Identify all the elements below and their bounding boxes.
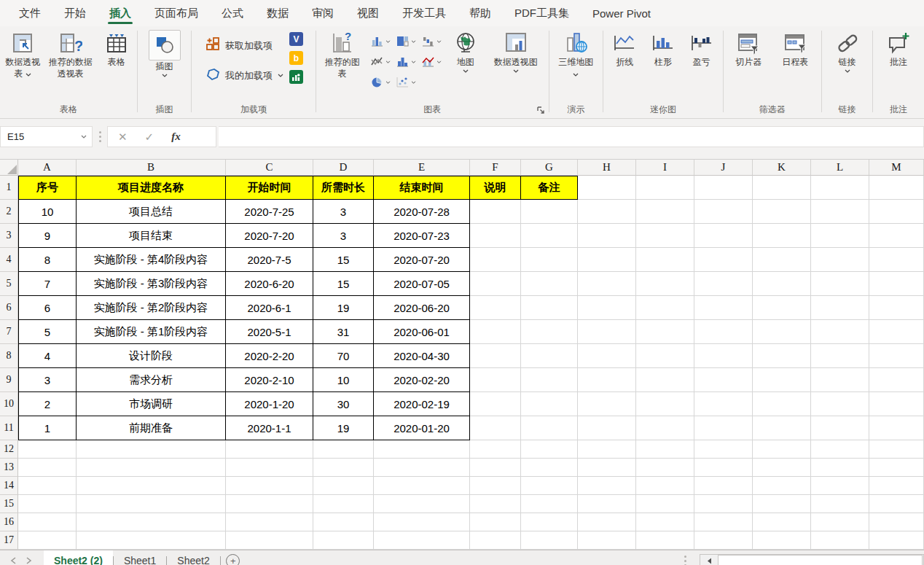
cell-C4[interactable]: 2020-7-5 (226, 248, 313, 272)
cell-K2[interactable] (753, 200, 811, 224)
menu-tab-公式[interactable]: 公式 (210, 0, 255, 26)
get-addins-button[interactable]: 获取加载项 (201, 34, 288, 58)
cell-F10[interactable] (470, 392, 521, 416)
cell-K7[interactable] (753, 320, 811, 344)
my-addins-button[interactable]: 我的加载项 (201, 63, 288, 87)
cell-C16[interactable] (226, 513, 313, 531)
cell-I14[interactable] (636, 477, 694, 495)
cell-M4[interactable] (869, 248, 924, 272)
row-header-4[interactable]: 4 (0, 248, 18, 272)
cell-J13[interactable] (694, 459, 753, 477)
cell-E9[interactable]: 2020-02-20 (374, 368, 470, 392)
cell-E7[interactable]: 2020-06-01 (374, 320, 470, 344)
cell-M7[interactable] (869, 320, 924, 344)
cell-C15[interactable] (226, 495, 313, 513)
cell-L1[interactable] (811, 176, 869, 200)
cell-J1[interactable] (694, 176, 753, 200)
cell-F17[interactable] (470, 531, 521, 550)
row-header-6[interactable]: 6 (0, 296, 18, 320)
name-box-dropdown-icon[interactable] (76, 135, 92, 139)
horizontal-scrollbar[interactable] (700, 554, 924, 565)
cell-B14[interactable] (77, 477, 226, 495)
cell-A13[interactable] (18, 459, 77, 477)
cell-E12[interactable] (374, 440, 470, 459)
cell-D7[interactable]: 31 (313, 320, 374, 344)
sparkline-winloss-button[interactable]: 盈亏 (682, 28, 721, 69)
maps-button[interactable]: 地图 (446, 28, 485, 75)
row-header-1[interactable]: 1 (0, 176, 18, 200)
column-header-L[interactable]: L (811, 160, 869, 176)
row-header-16[interactable]: 16 (0, 513, 18, 531)
cell-L8[interactable] (811, 344, 869, 368)
column-header-C[interactable]: C (226, 160, 313, 176)
cell-A12[interactable] (18, 440, 77, 459)
cell-I3[interactable] (636, 224, 694, 248)
cell-L14[interactable] (811, 477, 869, 495)
cell-E3[interactable]: 2020-07-23 (374, 224, 470, 248)
cell-I12[interactable] (636, 440, 694, 459)
cell-F1[interactable]: 说明 (470, 176, 521, 200)
cell-C1[interactable]: 开始时间 (226, 176, 313, 200)
cell-M17[interactable] (869, 531, 924, 550)
cell-F3[interactable] (470, 224, 521, 248)
column-header-B[interactable]: B (77, 160, 226, 176)
cell-K4[interactable] (753, 248, 811, 272)
comment-button[interactable]: 批注 (877, 28, 920, 69)
cell-J10[interactable] (694, 392, 753, 416)
cell-A11[interactable]: 1 (18, 416, 77, 440)
cell-K10[interactable] (753, 392, 811, 416)
cell-M2[interactable] (869, 200, 924, 224)
cell-B16[interactable] (77, 513, 226, 531)
cell-G4[interactable] (521, 248, 578, 272)
cell-G10[interactable] (521, 392, 578, 416)
cell-C7[interactable]: 2020-5-1 (226, 320, 313, 344)
cell-D6[interactable]: 19 (313, 296, 374, 320)
cell-E8[interactable]: 2020-04-30 (374, 344, 470, 368)
cell-J9[interactable] (694, 368, 753, 392)
cell-E6[interactable]: 2020-06-20 (374, 296, 470, 320)
cell-A9[interactable]: 3 (18, 368, 77, 392)
tabbar-divider-dots[interactable] (678, 556, 692, 565)
column-header-H[interactable]: H (578, 160, 636, 176)
cell-L3[interactable] (811, 224, 869, 248)
cell-G8[interactable] (521, 344, 578, 368)
cell-G2[interactable] (521, 200, 578, 224)
cell-B5[interactable]: 实施阶段 - 第3阶段内容 (77, 272, 226, 296)
cell-K9[interactable] (753, 368, 811, 392)
row-header-13[interactable]: 13 (0, 459, 18, 477)
cell-K17[interactable] (753, 531, 811, 550)
cell-G15[interactable] (521, 495, 578, 513)
cell-A8[interactable]: 4 (18, 344, 77, 368)
cell-H2[interactable] (578, 200, 636, 224)
cancel-icon[interactable]: ✕ (118, 130, 128, 144)
cell-C3[interactable]: 2020-7-20 (226, 224, 313, 248)
insert-statistic-chart-button[interactable] (394, 52, 418, 71)
cell-B13[interactable] (77, 459, 226, 477)
column-header-K[interactable]: K (753, 160, 811, 176)
cell-G9[interactable] (521, 368, 578, 392)
menu-tab-开发工具[interactable]: 开发工具 (391, 0, 458, 26)
column-header-D[interactable]: D (313, 160, 374, 176)
cell-B11[interactable]: 前期准备 (77, 416, 226, 440)
sheet-nav-right-icon[interactable] (26, 557, 32, 564)
cell-A2[interactable]: 10 (18, 200, 77, 224)
cell-F12[interactable] (470, 440, 521, 459)
cell-C6[interactable]: 2020-6-1 (226, 296, 313, 320)
cell-M5[interactable] (869, 272, 924, 296)
visio-addin-icon[interactable]: V (289, 32, 303, 46)
insert-hierarchy-chart-button[interactable] (394, 31, 418, 51)
column-header-F[interactable]: F (470, 160, 521, 176)
cell-J3[interactable] (694, 224, 753, 248)
insert-pie-chart-button[interactable] (369, 72, 393, 92)
cell-A5[interactable]: 7 (18, 272, 77, 296)
cell-J6[interactable] (694, 296, 753, 320)
cell-C5[interactable]: 2020-6-20 (226, 272, 313, 296)
cell-F15[interactable] (470, 495, 521, 513)
insert-column-chart-button[interactable] (369, 31, 393, 51)
sparkline-line-button[interactable]: 折线 (606, 28, 644, 69)
cell-E13[interactable] (374, 459, 470, 477)
cell-A17[interactable] (18, 531, 77, 550)
formula-bar-divider-dots[interactable] (93, 131, 107, 142)
cell-D4[interactable]: 15 (313, 248, 374, 272)
cell-J5[interactable] (694, 272, 753, 296)
